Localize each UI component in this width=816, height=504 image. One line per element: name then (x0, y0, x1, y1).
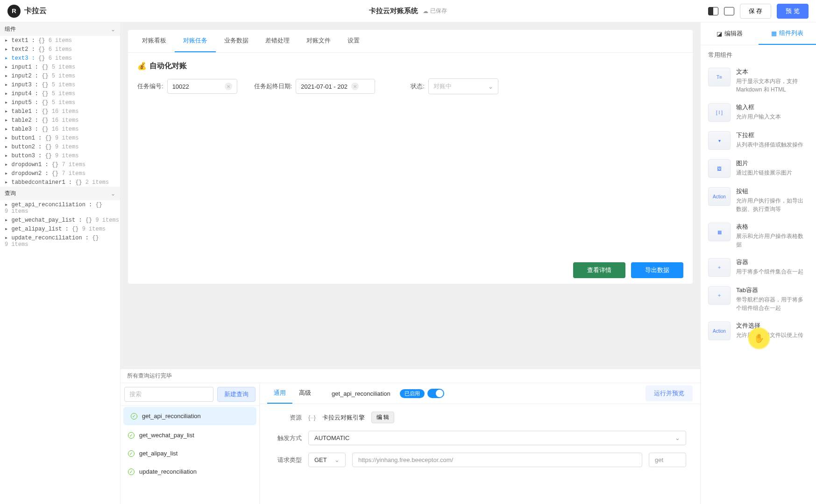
saved-status: ☁ 已保存 (423, 7, 447, 15)
status-line: 所有查询运行完毕 (121, 369, 700, 383)
layout-full-icon[interactable] (724, 7, 734, 15)
cloud-icon: ☁ (423, 8, 428, 14)
task-no-label: 任务编号: (137, 82, 163, 91)
system-title: 卡拉云对账系统 (369, 7, 418, 15)
query-item-get_wechat_pay_list[interactable]: ✓get_wechat_pay_list (121, 426, 259, 444)
component-icon: 🖼 (708, 159, 731, 178)
tree-item-input1[interactable]: ▸ input1 : {} 5 items (0, 63, 120, 71)
component-icon: ▾ (708, 131, 731, 150)
components-section-header[interactable]: 组件 ⌄ (0, 22, 120, 36)
tree-item-button3[interactable]: ▸ button3 : {} 9 items (0, 151, 120, 160)
tree-item-text2[interactable]: ▸ text2 : {} 6 items (0, 45, 120, 54)
date-range-input[interactable]: 2021-07-01 - 202 ✕ (296, 79, 375, 94)
tree-item-text3[interactable]: ▸ text3 : {} 6 items (0, 54, 120, 63)
tree-item-table1[interactable]: ▸ table1 : {} 16 items (0, 107, 120, 116)
trigger-select[interactable]: AUTOMATIC ⌄ (308, 431, 686, 445)
path-input[interactable]: get (649, 453, 686, 467)
component-icon: ▦ (708, 223, 731, 241)
query-detail-panel: 通用高级 get_api_reconciliation 已启用 运行并预览 资源… (260, 383, 700, 504)
query-item-get_api_reconciliation[interactable]: ✓get_api_reconciliation (123, 407, 256, 425)
canvas-tab-2[interactable]: 业务数据 (216, 30, 257, 52)
tree-item-input2[interactable]: ▸ input2 : {} 5 items (0, 71, 120, 80)
preview-button[interactable]: 预 览 (777, 4, 809, 19)
clear-icon[interactable]: ✕ (225, 83, 232, 90)
component-icon: Action (708, 187, 731, 206)
tab-editor[interactable]: ◪ 编辑器 (701, 22, 759, 45)
palette-Tab容器[interactable]: ＋Tab容器带导航栏的容器，用于将多个组件组合在一起 (701, 281, 816, 317)
query-search-input[interactable]: 搜索 (124, 387, 213, 402)
status-select[interactable]: 对账中 ⌄ (428, 78, 498, 94)
task-no-input[interactable]: 10022 ✕ (167, 79, 237, 94)
logo-icon: R (7, 5, 21, 18)
edit-resource-button[interactable]: 编 辑 (371, 412, 394, 423)
query-tab-0[interactable]: 通用 (267, 383, 292, 404)
tree-item-text1[interactable]: ▸ text1 : {} 6 items (0, 36, 120, 45)
tree-item-table3[interactable]: ▸ table3 : {} 16 items (0, 125, 120, 133)
component-icon: ＋ (708, 258, 731, 277)
canvas-tab-1[interactable]: 对账任务 (175, 30, 216, 52)
method-select[interactable]: GET ⌄ (308, 453, 346, 467)
component-icon: T≡ (708, 68, 731, 86)
view-detail-button[interactable]: 查看详情 (573, 262, 625, 278)
canvas-tabs: 对账看板对账任务业务数据差错处理对账文件设置 (128, 30, 693, 53)
tab-component-list[interactable]: ▦ 组件列表 (759, 22, 816, 45)
check-icon: ✓ (128, 469, 135, 475)
tree-item-dropdown1[interactable]: ▸ dropdown1 : {} 7 items (0, 160, 120, 169)
section-title: 💰 自动化对账 (128, 53, 693, 76)
palette-文件选择[interactable]: Action文件选择允许用户选择文件以便上传 (701, 317, 816, 345)
tree-item-input4[interactable]: ▸ input4 : {} 5 items (0, 89, 120, 98)
canvas-surface: 对账看板对账任务业务数据差错处理对账文件设置 💰 自动化对账 任务编号: 100… (128, 30, 693, 284)
component-icon: ＋ (708, 286, 731, 305)
tree-item-table2[interactable]: ▸ table2 : {} 16 items (0, 116, 120, 125)
tree-item-get_wechat_pay_list[interactable]: ▸ get_wechat_pay_list : {} 9 items (0, 216, 120, 224)
tree-item-button2[interactable]: ▸ button2 : {} 9 items (0, 142, 120, 151)
save-button[interactable]: 保 存 (740, 4, 772, 19)
queries-section-header[interactable]: 查询 ⌄ (0, 187, 120, 200)
grid-icon: ▦ (771, 30, 777, 37)
run-preview-button[interactable]: 运行并预览 (646, 385, 693, 401)
tree-item-input3[interactable]: ▸ input3 : {} 5 items (0, 80, 120, 89)
tree-item-tabbedcontainer1[interactable]: ▸ tabbedcontainer1 : {} 2 items (0, 178, 120, 187)
common-components-header: 常用组件 (701, 45, 816, 63)
tree-item-input5[interactable]: ▸ input5 : {} 5 items (0, 98, 120, 107)
check-icon: ✓ (128, 450, 135, 457)
tree-item-get_api_reconciliation[interactable]: ▸ get_api_reconciliation : {}9 items (0, 200, 120, 216)
canvas-tab-3[interactable]: 差错处理 (257, 30, 298, 52)
component-icon: [ I ] (708, 103, 731, 122)
tree-item-dropdown2[interactable]: ▸ dropdown2 : {} 7 items (0, 169, 120, 178)
request-label: 请求类型 (274, 456, 302, 464)
palette-输入框[interactable]: [ I ]输入框允许用户输入文本 (701, 98, 816, 126)
tree-item-button1[interactable]: ▸ button1 : {} 9 items (0, 133, 120, 142)
clear-icon[interactable]: ✕ (351, 83, 359, 90)
component-icon: Action (708, 322, 731, 340)
chevron-down-icon: ⌄ (111, 26, 115, 33)
resource-label: 资源 (274, 413, 302, 422)
code-braces-icon: {··} (308, 414, 316, 421)
url-input[interactable]: https://yinhang.free.beeceptor.com/ (352, 453, 642, 467)
query-tab-1[interactable]: 高级 (292, 383, 318, 404)
status-label: 状态: (411, 82, 425, 91)
canvas-tab-4[interactable]: 对账文件 (298, 30, 339, 52)
enabled-badge: 已启用 (400, 389, 425, 398)
palette-容器[interactable]: ＋容器用于将多个组件集合在一起 (701, 253, 816, 281)
palette-图片[interactable]: 🖼图片通过图片链接展示图片 (701, 154, 816, 182)
tree-item-update_reconciliation[interactable]: ▸ update_reconciliation : {}9 items (0, 233, 120, 249)
query-item-update_reconciliation[interactable]: ✓update_reconciliation (121, 462, 259, 481)
right-panel: ◪ 编辑器 ▦ 组件列表 常用组件 T≡文本用于显示文本内容，支持 Markdo… (700, 22, 816, 504)
palette-文本[interactable]: T≡文本用于显示文本内容，支持 Markdown 和 HTML (701, 63, 816, 98)
moneybag-icon: 💰 (137, 62, 147, 70)
new-query-button[interactable]: 新建查询 (217, 387, 255, 402)
canvas-tab-0[interactable]: 对账看板 (134, 30, 175, 52)
query-list-panel: 搜索 新建查询 ✓get_api_reconciliation✓get_wech… (121, 383, 260, 504)
query-item-get_alipay_list[interactable]: ✓get_alipay_list (121, 444, 259, 462)
palette-下拉框[interactable]: ▾下拉框从列表中选择值或触发操作 (701, 126, 816, 154)
palette-按钮[interactable]: Action按钮允许用户执行操作，如导出数据、执行查询等 (701, 182, 816, 218)
export-button[interactable]: 导出数据 (631, 262, 683, 278)
canvas-tab-5[interactable]: 设置 (339, 30, 368, 52)
editor-icon: ◪ (717, 30, 722, 37)
enabled-toggle[interactable] (427, 389, 444, 398)
chevron-down-icon: ⌄ (111, 190, 115, 197)
layout-split-icon[interactable] (708, 7, 718, 15)
palette-表格[interactable]: ▦表格展示和允许用户操作表格数据 (701, 218, 816, 253)
tree-item-get_alipay_list[interactable]: ▸ get_alipay_list : {} 9 items (0, 224, 120, 233)
